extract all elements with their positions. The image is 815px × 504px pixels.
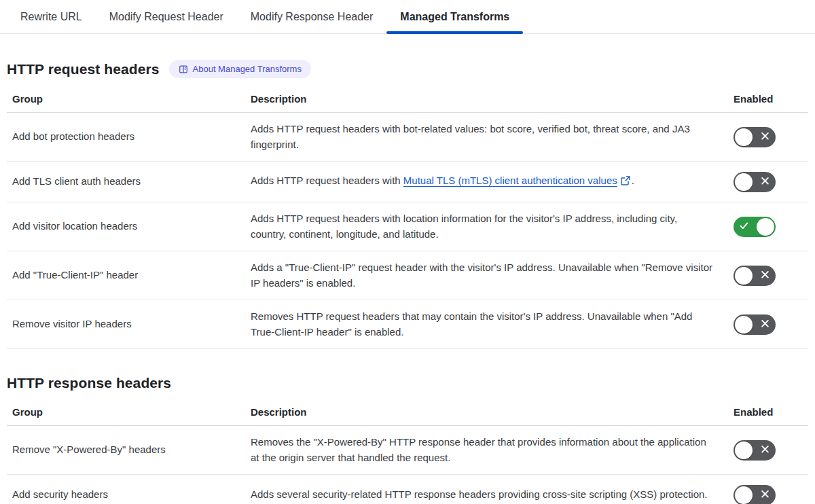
- description-cell: Removes HTTP request headers that may co…: [245, 300, 734, 349]
- toggle-knob: [735, 486, 753, 504]
- group-cell: Remove "X-Powered-By" headers: [7, 426, 245, 475]
- table-row: Add bot protection headers Adds HTTP req…: [7, 113, 808, 162]
- toggle-add-security-headers[interactable]: [734, 485, 776, 504]
- group-cell: Add security headers: [7, 475, 245, 504]
- description-cell: Adds HTTP request headers with location …: [245, 202, 734, 251]
- description-cell: Adds HTTP request headers with bot-relat…: [245, 113, 734, 162]
- x-icon: [761, 268, 769, 283]
- response-headers-title: HTTP response headers: [7, 375, 171, 391]
- toggle-add-true-client-ip-header[interactable]: [734, 266, 776, 286]
- tab-managed-transforms[interactable]: Managed Transforms: [386, 0, 523, 33]
- toggle-remove-x-powered-by-headers[interactable]: [734, 440, 776, 461]
- table-row: Add security headers Adds several securi…: [7, 475, 808, 504]
- column-header-enabled: Enabled: [734, 86, 808, 113]
- badge-label: About Managed Transforms: [193, 64, 302, 74]
- tab-bar: Rewrite URL Modify Request Header Modify…: [0, 0, 815, 34]
- table-row: Remove visitor IP headers Removes HTTP r…: [7, 300, 808, 349]
- table-row: Remove "X-Powered-By" headers Removes th…: [7, 426, 808, 475]
- column-header-group: Group: [7, 86, 245, 113]
- toggle-knob: [735, 442, 753, 459]
- request-headers-title: HTTP request headers: [7, 61, 160, 77]
- toggle-knob: [735, 316, 753, 334]
- toggle-add-tls-client-auth-headers[interactable]: [734, 172, 776, 192]
- toggle-knob: [735, 267, 753, 285]
- book-icon: [179, 65, 188, 74]
- description-cell: Removes the "X-Powered-By" HTTP response…: [245, 426, 734, 475]
- column-header-group: Group: [7, 399, 245, 426]
- tab-modify-response-header[interactable]: Modify Response Header: [237, 0, 387, 33]
- toggle-knob: [757, 218, 774, 236]
- group-cell: Add visitor location headers: [7, 202, 245, 251]
- toggle-knob: [735, 128, 753, 146]
- external-link-icon: [621, 176, 630, 187]
- x-icon: [761, 317, 769, 332]
- group-cell: Add TLS client auth headers: [7, 162, 245, 202]
- toggle-knob: [735, 173, 753, 191]
- table-row: Add visitor location headers Adds HTTP r…: [7, 202, 808, 251]
- column-header-description: Description: [245, 86, 734, 113]
- table-row: Add TLS client auth headers Adds HTTP re…: [7, 162, 808, 202]
- description-cell: Adds a "True-Client-IP" request header w…: [245, 251, 734, 300]
- check-icon: [740, 219, 748, 234]
- toggle-remove-visitor-ip-headers[interactable]: [734, 314, 776, 335]
- toggle-add-visitor-location-headers[interactable]: [734, 217, 776, 237]
- x-icon: [761, 442, 769, 458]
- table-row: Add "True-Client-IP" header Adds a "True…: [7, 251, 808, 300]
- about-managed-transforms-badge[interactable]: About Managed Transforms: [169, 60, 311, 78]
- column-header-description: Description: [245, 399, 734, 426]
- mtls-values-link[interactable]: Mutual TLS (mTLS) client authentication …: [403, 175, 617, 186]
- request-headers-table: Group Description Enabled Add bot protec…: [7, 86, 808, 349]
- description-text: .: [632, 175, 634, 186]
- column-header-enabled: Enabled: [734, 399, 808, 426]
- x-icon: [761, 174, 769, 190]
- tab-modify-request-header[interactable]: Modify Request Header: [96, 0, 237, 33]
- group-cell: Remove visitor IP headers: [7, 300, 245, 349]
- main-content: HTTP request headers About Managed Trans…: [0, 60, 815, 504]
- description-cell: Adds several security-related HTTP respo…: [245, 475, 734, 504]
- group-cell: Add "True-Client-IP" header: [7, 251, 245, 300]
- description-text: Adds HTTP request headers with: [251, 175, 403, 186]
- description-cell: Adds HTTP request headers with Mutual TL…: [245, 162, 734, 202]
- toggle-add-bot-protection-headers[interactable]: [734, 127, 776, 147]
- x-icon: [761, 129, 769, 145]
- tab-rewrite-url[interactable]: Rewrite URL: [7, 0, 96, 33]
- response-headers-table: Group Description Enabled Remove "X-Powe…: [7, 399, 808, 504]
- group-cell: Add bot protection headers: [7, 113, 245, 162]
- x-icon: [761, 487, 769, 503]
